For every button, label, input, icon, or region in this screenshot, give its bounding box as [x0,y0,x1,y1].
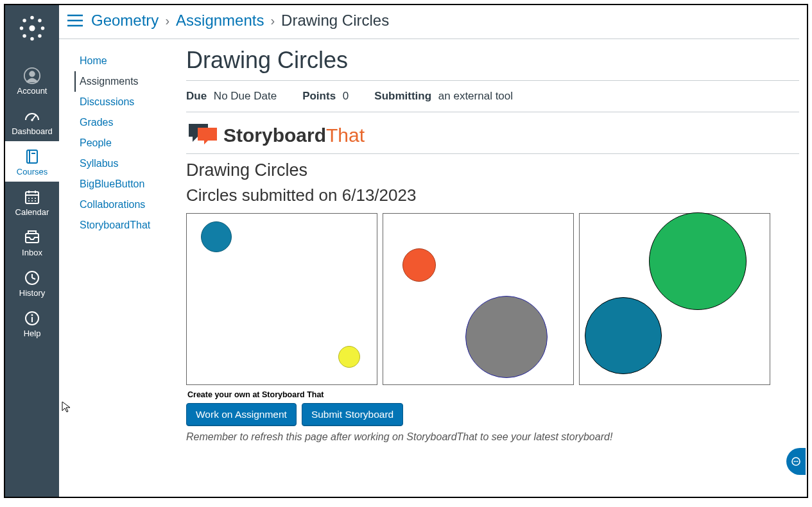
nav-history[interactable]: History [5,262,59,303]
divider [186,153,799,154]
course-nav-item-bigbluebutton[interactable]: BigBlueButton [74,174,181,194]
header: Geometry › Assignments › Drawing Circles [59,5,799,39]
inbox-icon [23,228,41,246]
course-nav: HomeAssignmentsDiscussionsGradesPeopleSy… [59,39,181,497]
svg-point-0 [29,25,35,31]
global-nav: Account Dashboard Courses Calendar Inbox [5,5,59,497]
tool-heading: Drawing Circles [186,160,799,180]
breadcrumb-current: Drawing Circles [281,12,389,30]
storyboard-panels [186,213,799,385]
svg-point-23 [28,200,30,202]
chevron-right-icon: › [165,13,169,28]
refresh-note: Remember to refresh this page after work… [186,431,799,443]
chat-icon [791,456,801,467]
points-label: Points [302,90,336,102]
submitting-label: Submitting [374,90,431,102]
svg-point-37 [794,461,795,462]
svg-point-39 [797,461,799,462]
calendar-icon [23,188,41,206]
svg-point-7 [22,34,26,38]
svg-point-38 [795,461,797,462]
nav-courses[interactable]: Courses [5,141,59,182]
course-nav-item-home[interactable]: Home [74,51,181,71]
storyboardthat-logo: StoryboardThat [186,121,799,150]
storyboard-caption: Create your own at Storyboard That [187,390,799,399]
breadcrumb-course[interactable]: Geometry [91,12,159,30]
nav-dashboard[interactable]: Dashboard [5,101,59,141]
due-value: No Due Date [214,90,277,102]
svg-point-10 [29,71,35,77]
circle-gray-large [465,296,548,378]
svg-point-8 [38,34,42,38]
due-label: Due [186,90,207,102]
svg-point-21 [31,198,33,199]
page-title: Drawing Circles [186,47,799,74]
svg-point-22 [35,198,36,199]
nav-label: History [19,288,45,298]
course-nav-item-people[interactable]: People [74,133,181,153]
user-circle-icon [23,67,41,85]
nav-label: Dashboard [12,126,53,136]
course-nav-item-discussions[interactable]: Discussions [74,92,181,112]
course-nav-item-collaborations[interactable]: Collaborations [74,194,181,215]
nav-account[interactable]: Account [5,60,59,101]
brand-left: Storyboard [223,125,326,146]
nav-inbox[interactable]: Inbox [5,222,59,262]
content: Drawing Circles Due No Due Date Points 0… [181,39,807,497]
info-icon [23,309,41,327]
nav-help[interactable]: Help [5,303,59,343]
storyboard-panel-3 [579,213,770,385]
chevron-right-icon: › [270,13,275,28]
brand-right: That [326,125,365,146]
points-value: 0 [343,90,349,102]
breadcrumb: Geometry › Assignments › Drawing Circles [91,12,389,30]
assignment-meta: Due No Due Date Points 0 Submitting an e… [186,80,799,112]
svg-point-12 [31,119,33,121]
hamburger-button[interactable] [59,8,91,33]
course-nav-item-grades[interactable]: Grades [74,112,181,133]
svg-point-2 [30,37,34,41]
svg-point-20 [28,198,30,199]
nav-label: Account [17,86,48,96]
submitted-heading: Circles submitted on 6/13/2023 [186,185,799,205]
course-nav-item-assignments[interactable]: Assignments [74,71,181,92]
svg-point-5 [22,19,26,22]
mouse-cursor-icon [62,401,71,415]
svg-rect-13 [27,150,37,163]
svg-point-24 [31,200,33,202]
svg-point-1 [30,16,34,20]
nav-calendar[interactable]: Calendar [5,182,59,222]
storyboard-panel-1 [186,213,377,385]
circle-yellow-small [338,346,360,368]
nav-label: Courses [17,167,48,176]
circle-orange-small [402,248,436,282]
submit-storyboard-button[interactable]: Submit Storyboard [302,403,403,426]
circle-teal-large [585,297,662,374]
svg-point-25 [35,200,36,202]
svg-point-6 [38,19,42,22]
course-nav-item-storyboardthat[interactable]: StoryboardThat [74,215,181,236]
book-icon [23,148,41,166]
submitting-value: an external tool [438,90,513,102]
clock-icon [23,269,41,287]
svg-point-3 [20,26,24,30]
canvas-logo-icon [18,14,46,42]
svg-point-31 [31,314,33,316]
nav-label: Calendar [15,207,49,217]
circle-teal-small [201,221,232,252]
svg-point-4 [41,26,45,30]
brand-text: StoryboardThat [223,125,365,146]
speech-bubbles-icon [186,121,221,150]
course-nav-item-syllabus[interactable]: Syllabus [74,153,181,174]
storyboard-panel-2 [383,213,574,385]
svg-rect-32 [31,317,33,322]
gauge-icon [23,107,41,125]
breadcrumb-section[interactable]: Assignments [176,12,264,30]
circle-green-large [649,212,747,310]
nav-label: Help [24,329,41,338]
work-on-assignment-button[interactable]: Work on Assignment [186,403,297,426]
svg-line-29 [32,278,35,279]
nav-label: Inbox [22,248,42,257]
